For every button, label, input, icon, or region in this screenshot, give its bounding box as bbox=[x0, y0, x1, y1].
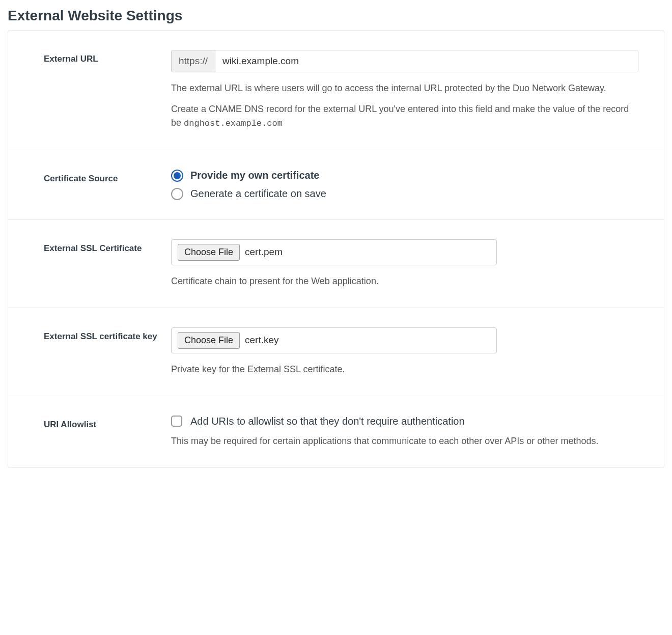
content-col: Add URIs to allowlist so that they don't… bbox=[171, 416, 664, 448]
setting-row-uri-allowlist: URI Allowlist Add URIs to allowlist so t… bbox=[8, 396, 664, 467]
cert-source-label: Certificate Source bbox=[44, 174, 118, 183]
choose-file-button[interactable]: Choose File bbox=[178, 244, 240, 261]
label-col: External SSL certificate key bbox=[8, 327, 171, 376]
external-url-help-1: The external URL is where users will go … bbox=[171, 81, 638, 95]
ssl-cert-help: Certificate chain to present for the Web… bbox=[171, 274, 638, 288]
setting-row-cert-source: Certificate Source Provide my own certif… bbox=[8, 150, 664, 220]
ssl-cert-label: External SSL Certificate bbox=[44, 243, 142, 253]
uri-allowlist-checkbox-label: Add URIs to allowlist so that they don't… bbox=[190, 416, 465, 427]
external-url-input-group: https:// bbox=[171, 50, 638, 72]
external-url-input[interactable] bbox=[215, 50, 638, 72]
ssl-key-file-input[interactable]: Choose File cert.key bbox=[171, 327, 497, 353]
choose-file-button[interactable]: Choose File bbox=[178, 332, 240, 349]
content-col: Provide my own certificate Generate a ce… bbox=[171, 170, 664, 200]
cname-value: dnghost.example.com bbox=[184, 119, 283, 128]
ssl-cert-filename: cert.pem bbox=[245, 246, 283, 258]
uri-allowlist-label: URI Allowlist bbox=[44, 420, 96, 429]
settings-container: External URL https:// The external URL i… bbox=[8, 30, 664, 468]
label-col: External URL bbox=[8, 50, 171, 130]
page-title: External Website Settings bbox=[8, 8, 664, 24]
label-col: URI Allowlist bbox=[8, 416, 171, 448]
uri-allowlist-checkbox-row: Add URIs to allowlist so that they don't… bbox=[171, 416, 638, 427]
ssl-key-filename: cert.key bbox=[245, 335, 279, 346]
content-col: Choose File cert.pem Certificate chain t… bbox=[171, 239, 664, 288]
radio-circle-icon bbox=[171, 170, 183, 182]
setting-row-ssl-cert: External SSL Certificate Choose File cer… bbox=[8, 220, 664, 308]
radio-label-provide-own: Provide my own certificate bbox=[190, 170, 319, 181]
radio-generate[interactable]: Generate a certificate on save bbox=[171, 188, 638, 200]
label-col: Certificate Source bbox=[8, 170, 171, 200]
radio-dot-icon bbox=[174, 172, 181, 179]
content-col: https:// The external URL is where users… bbox=[171, 50, 664, 130]
radio-provide-own[interactable]: Provide my own certificate bbox=[171, 170, 638, 182]
setting-row-external-url: External URL https:// The external URL i… bbox=[8, 31, 664, 150]
url-prefix: https:// bbox=[172, 50, 215, 72]
ssl-cert-file-input[interactable]: Choose File cert.pem bbox=[171, 239, 497, 265]
label-col: External SSL Certificate bbox=[8, 239, 171, 288]
content-col: Choose File cert.key Private key for the… bbox=[171, 327, 664, 376]
ssl-key-label: External SSL certificate key bbox=[44, 332, 157, 341]
external-url-label: External URL bbox=[44, 54, 98, 64]
cert-source-radio-group: Provide my own certificate Generate a ce… bbox=[171, 170, 638, 200]
ssl-key-help: Private key for the External SSL certifi… bbox=[171, 363, 638, 376]
uri-allowlist-checkbox[interactable] bbox=[171, 416, 182, 427]
uri-allowlist-help: This may be required for certain applica… bbox=[171, 434, 638, 448]
radio-label-generate: Generate a certificate on save bbox=[190, 188, 326, 200]
radio-circle-icon bbox=[171, 188, 183, 200]
setting-row-ssl-key: External SSL certificate key Choose File… bbox=[8, 308, 664, 396]
external-url-help-2: Create a CNAME DNS record for the extern… bbox=[171, 102, 638, 130]
